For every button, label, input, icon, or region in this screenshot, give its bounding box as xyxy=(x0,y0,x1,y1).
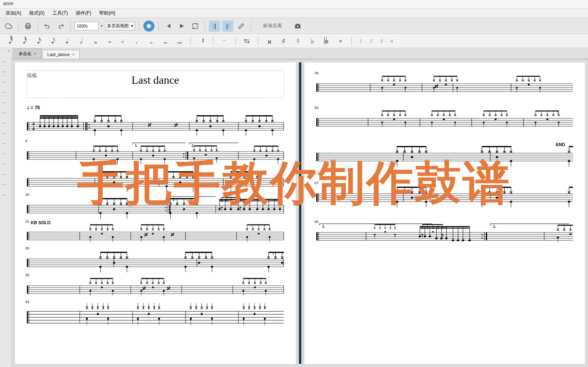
view-mode-combo[interactable]: 多页面视图 ▾ xyxy=(105,22,135,30)
palette-item[interactable]: ... xyxy=(0,66,11,76)
svg-point-5 xyxy=(297,25,299,27)
tab-last-dance[interactable]: Last_dance × xyxy=(42,50,80,59)
staff-system[interactable]: 29 𝄎 𝄎 xyxy=(27,276,284,300)
palette-item[interactable]: ... xyxy=(0,168,11,178)
window-titlebar: ance xyxy=(0,0,588,9)
print-icon[interactable] xyxy=(23,21,34,32)
menu-add[interactable]: 添加(A) xyxy=(2,9,25,18)
separator xyxy=(18,21,19,31)
flip-icon[interactable] xyxy=(242,36,252,47)
dot-icon[interactable]: . xyxy=(132,36,141,47)
double-sharp-icon[interactable]: 𝄪 xyxy=(265,36,274,47)
play-icon[interactable] xyxy=(176,21,187,32)
triple-dot-icon[interactable]: ... xyxy=(160,36,170,47)
composer-text[interactable]: 伍佰 xyxy=(27,72,37,79)
palette-item[interactable]: ... xyxy=(0,148,11,158)
natural-icon[interactable]: ♮ xyxy=(293,36,302,47)
measure-number: 18 xyxy=(25,193,29,197)
palette-item[interactable]: ... xyxy=(0,158,11,168)
palette-item[interactable]: ... xyxy=(0,127,11,137)
rewind-icon[interactable] xyxy=(163,21,174,32)
note-breve-icon[interactable]: 𝅜 xyxy=(103,36,113,47)
palette-item[interactable]: ... xyxy=(0,86,11,96)
close-palette-icon[interactable]: × xyxy=(8,49,10,53)
voice-2[interactable]: 2 xyxy=(368,39,374,43)
staff-system[interactable]: 26 3 xyxy=(27,249,284,273)
voice-4[interactable]: 4 xyxy=(389,39,395,43)
flat-icon[interactable]: ♭ xyxy=(307,36,317,47)
palette-item[interactable]: ... xyxy=(0,55,11,66)
tab-label: Last_dance xyxy=(47,52,70,57)
zoom-input[interactable] xyxy=(75,22,98,30)
double-flat-icon[interactable]: 𝄫 xyxy=(321,36,331,47)
menu-format[interactable]: 格式(0) xyxy=(25,9,49,18)
note-longa-icon[interactable]: 𝆷 xyxy=(118,36,127,47)
menu-help[interactable]: 帮助(H) xyxy=(95,9,119,18)
palette-item[interactable]: ... xyxy=(0,117,11,127)
svg-rect-14 xyxy=(29,122,29,130)
rest-icon[interactable]: 𝄽 xyxy=(197,36,207,47)
palette-item[interactable]: ... xyxy=(0,189,11,199)
section-text[interactable]: KB SOLO xyxy=(31,220,51,225)
edit-icon[interactable] xyxy=(236,21,247,32)
svg-rect-114 xyxy=(29,232,29,240)
title-frame[interactable]: 伍佰 Last dance xyxy=(27,70,284,98)
double-dot-icon[interactable]: .. xyxy=(146,36,156,47)
note-half-icon[interactable]: 𝅗𝅥 xyxy=(75,36,85,47)
quad-dot-icon[interactable]: .... xyxy=(175,36,184,47)
staff-system[interactable]: 44 xyxy=(27,111,284,139)
main-toolbar: ▾ 多页面视图 ▾ :| |: 标准音高 xyxy=(0,18,588,34)
tie-icon[interactable]: 𝆣 xyxy=(220,36,229,47)
staff-system[interactable]: 50 3 xyxy=(316,109,573,133)
redo-icon[interactable] xyxy=(55,21,66,32)
svg-point-3 xyxy=(147,24,151,28)
palette-item[interactable]: ... xyxy=(0,96,11,107)
svg-rect-138 xyxy=(27,286,28,294)
repeat-end-icon[interactable]: |: xyxy=(222,21,233,32)
menu-plugins[interactable]: 插件(F) xyxy=(72,9,95,18)
staff-system[interactable]: 60 1. 2. 33 xyxy=(316,223,573,247)
svg-rect-30 xyxy=(85,122,86,130)
separator xyxy=(190,36,191,46)
palette-sidebar: × ... ... ... ... ... ... ... ... ... ..… xyxy=(0,48,12,367)
voice-3[interactable]: 3 xyxy=(379,39,384,43)
svg-rect-6 xyxy=(297,24,299,25)
palette-item[interactable]: ... xyxy=(0,107,11,117)
staff-system[interactable]: 21 KB SOLO 𝄎 𝄎 xyxy=(27,223,284,246)
svg-rect-164 xyxy=(318,84,319,92)
note-16th-icon[interactable]: 𝅘𝅥𝅯 xyxy=(32,36,42,47)
sharp-icon[interactable]: ♯ xyxy=(279,36,288,47)
tempo-marking[interactable]: ♩ = 75 xyxy=(27,105,284,110)
palette-item[interactable]: ... xyxy=(0,178,11,189)
note-whole-icon[interactable]: 𝅝 xyxy=(89,36,99,47)
svg-rect-127 xyxy=(27,259,28,267)
close-tab-icon[interactable]: × xyxy=(72,52,75,57)
cloud-icon[interactable] xyxy=(3,21,14,32)
note-32nd-icon[interactable]: 𝅘𝅥𝅰 xyxy=(18,36,28,47)
camera-icon[interactable] xyxy=(292,21,303,32)
palette-item[interactable]: ... xyxy=(0,137,11,148)
slur-icon[interactable]: 𝆸 xyxy=(336,36,345,47)
staff-system[interactable]: 34 xyxy=(27,303,284,327)
metronome-icon[interactable] xyxy=(143,21,154,32)
section-text[interactable]: END xyxy=(556,142,565,147)
svg-rect-81 xyxy=(27,205,28,213)
tab-unnamed[interactable]: 未命名 × xyxy=(13,49,41,59)
svg-point-228 xyxy=(481,234,483,236)
close-tab-icon[interactable]: × xyxy=(34,52,36,56)
score-title[interactable]: Last dance xyxy=(132,74,179,86)
menu-tools[interactable]: 工具(T) xyxy=(49,9,72,18)
zoom-dropdown-icon[interactable]: ▾ xyxy=(101,24,103,28)
repeat-start-icon[interactable]: :| xyxy=(209,21,220,32)
undo-icon[interactable] xyxy=(42,21,53,32)
svg-rect-53 xyxy=(27,152,28,159)
note-64th-icon[interactable]: 𝅘𝅥𝅱 xyxy=(4,36,13,47)
note-quarter-icon[interactable]: 𝅘𝅥 xyxy=(61,36,70,47)
voice-1[interactable]: 1 xyxy=(358,39,364,43)
loop-icon[interactable] xyxy=(190,21,201,32)
palette-item[interactable]: ... xyxy=(0,76,11,86)
note-8th-icon[interactable]: 𝅘𝅥𝅮 xyxy=(47,36,56,47)
svg-rect-177 xyxy=(318,118,319,126)
staff-system[interactable]: 45 𝄎 xyxy=(316,74,573,98)
svg-text:𝄎: 𝄎 xyxy=(147,121,152,129)
